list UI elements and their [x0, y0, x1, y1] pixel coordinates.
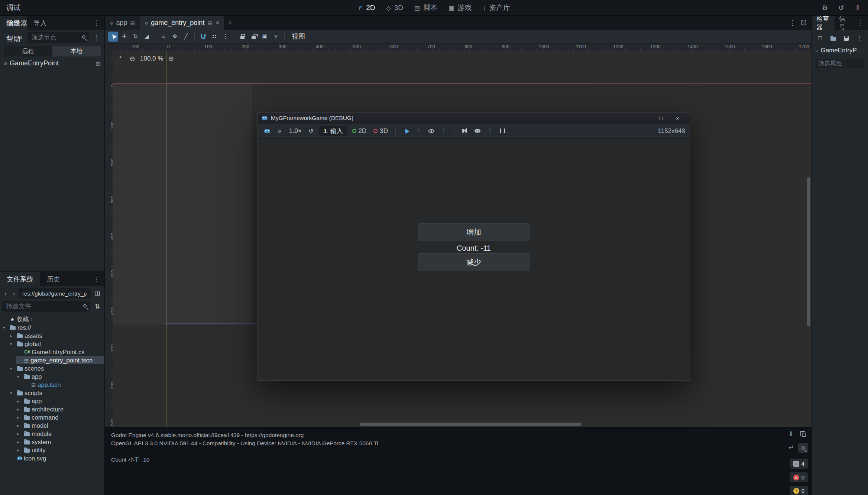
tab-inspector[interactable]: 检查器 — [812, 16, 835, 30]
expand-arrow-icon[interactable]: ▾ — [10, 342, 15, 346]
unlock-node-button[interactable] — [249, 32, 259, 42]
select-tool-button[interactable]: ▶ — [108, 32, 118, 42]
restart-game-icon[interactable]: ↺ — [307, 126, 316, 136]
wrap-lines-icon[interactable]: ↵ — [786, 443, 796, 453]
selectable-list-button[interactable]: ≡ — [159, 32, 169, 42]
expand-arrow-icon[interactable]: ▸ — [17, 407, 22, 412]
maximize-icon[interactable]: □ — [652, 115, 669, 121]
mode-2d-button[interactable]: 2D — [350, 127, 369, 135]
close-tab-icon[interactable]: × — [216, 20, 219, 26]
fs-item-收藏：[interactable]: ★收藏： — [1, 315, 104, 323]
fs-item-app.tscn[interactable]: ▤app.tscn — [23, 381, 104, 389]
pick-options-icon[interactable]: ⋮ — [439, 126, 448, 136]
mode-local[interactable]: 本地 — [52, 46, 101, 56]
visibility-icon[interactable] — [427, 126, 436, 136]
expand-arrow-icon[interactable]: ▾ — [10, 366, 15, 371]
fs-item-assets[interactable]: ▸assets — [9, 332, 104, 340]
smart-snap-button[interactable] — [198, 32, 208, 42]
decrease-button[interactable]: 减少 — [418, 253, 529, 271]
save-resource-icon[interactable] — [841, 33, 851, 43]
scene-root-node[interactable]: ○ GameEntryPoint ▤ — [0, 58, 104, 68]
snap-options-button[interactable]: ⋮ — [220, 32, 230, 42]
warnings-badge[interactable]: ! 0 — [790, 486, 808, 495]
fs-item-scenes[interactable]: ▾scenes — [9, 364, 104, 372]
fs-item-command[interactable]: ▸command — [16, 413, 104, 421]
expand-arrow-icon[interactable]: ▸ — [17, 415, 22, 420]
expand-arrow-icon[interactable]: ▾ — [17, 374, 22, 379]
menu-编辑器[interactable]: 编辑器 — [0, 16, 34, 31]
scene-more-icon[interactable]: ⋮ — [92, 33, 101, 42]
file-filter-input[interactable] — [2, 301, 90, 312]
fs-item-utility[interactable]: ▸utility — [16, 446, 104, 454]
scale-tool-button[interactable]: ◢ — [142, 32, 152, 42]
measure-tool-button[interactable]: ╱ — [181, 32, 191, 42]
property-filter-input[interactable]: 筛选属性 — [815, 59, 865, 68]
fs-item-icon.svg[interactable]: icon.svg — [9, 454, 104, 462]
fs-item-app[interactable]: ▾app — [16, 372, 104, 381]
skeleton-options-button[interactable]: Y — [271, 32, 281, 42]
menu-帮助[interactable]: 帮助 — [0, 31, 34, 47]
next-frame-icon[interactable]: » — [275, 126, 284, 136]
input-toggle-button[interactable]: 输入 — [319, 126, 347, 136]
errors-badge[interactable]: × 0 — [790, 472, 808, 482]
tab-filesystem[interactable]: 文件系统 — [0, 272, 40, 286]
expand-arrow-icon[interactable]: ▾ — [10, 391, 15, 395]
back-icon[interactable]: ‹ — [2, 289, 9, 297]
inspected-node-row[interactable]: ○ GameEntryPoint — [812, 45, 868, 56]
fs-item-GameEntryPoint.cs[interactable]: C#GameEntryPoint.cs — [16, 348, 104, 356]
horizontal-scrollbar[interactable] — [360, 423, 581, 426]
menu-调试[interactable]: 调试 — [0, 0, 34, 16]
mode-remote[interactable]: 远程 — [4, 46, 52, 56]
fs-item-global[interactable]: ▾global — [9, 340, 104, 348]
tab-history[interactable]: 历史 — [40, 272, 67, 286]
scene-tab-game-entry-point[interactable]: ○ game_entry_point ▤ × — [140, 16, 224, 30]
expand-arrow-icon[interactable]: ▸ — [17, 399, 22, 404]
node-list-icon[interactable]: ≡ — [414, 126, 423, 136]
split-view-icon[interactable] — [93, 289, 102, 298]
mode-3d-button[interactable]: 3D — [372, 127, 390, 135]
fs-item-res://[interactable]: ▾res:// — [1, 323, 104, 332]
attached-script-icon[interactable]: ▤ — [96, 60, 101, 66]
fs-item-model[interactable]: ▸model — [16, 421, 104, 430]
close-icon[interactable]: × — [669, 115, 686, 121]
inspector-dock-more-icon[interactable]: ⋮ — [852, 16, 868, 30]
speed-select[interactable]: 1.0× — [288, 127, 303, 135]
expand-arrow-icon[interactable]: ▸ — [10, 333, 15, 338]
new-scene-tab-button[interactable]: + — [224, 16, 236, 30]
save-log-icon[interactable]: ⇓ — [786, 429, 796, 439]
grid-snap-button[interactable] — [209, 32, 219, 42]
scene-tab-app[interactable]: ○ app ▤ — [105, 16, 140, 30]
increase-button[interactable]: 增加 — [418, 223, 529, 241]
tab-list-icon[interactable]: ⋮ — [787, 16, 798, 30]
gamepad-icon[interactable] — [473, 126, 482, 136]
node-filter-input[interactable] — [27, 32, 89, 43]
fullscreen-icon[interactable] — [498, 126, 507, 136]
resource-more-icon[interactable]: ⋮ — [854, 33, 864, 43]
zoom-level[interactable]: 100.0 % — [140, 55, 163, 62]
workspace-3D[interactable]: ◇3D — [380, 0, 409, 16]
workspace-脚本[interactable]: ▤脚本 — [409, 0, 443, 16]
pick-node-icon[interactable]: ▶ — [401, 126, 411, 136]
path-input[interactable] — [19, 288, 91, 299]
forward-icon[interactable]: › — [10, 289, 17, 297]
expand-arrow-icon[interactable]: ▸ — [17, 432, 22, 436]
audio-mute-icon[interactable] — [460, 126, 469, 136]
workspace-游戏[interactable]: ▣游戏 — [443, 0, 477, 16]
lock-node-button[interactable] — [237, 32, 247, 42]
pan-tool-button[interactable]: ✥ — [170, 32, 180, 42]
zoom-out-button[interactable]: ⊖ — [128, 55, 136, 63]
fs-item-module[interactable]: ▸module — [16, 430, 104, 438]
expand-arrow-icon[interactable]: ▸ — [17, 423, 22, 428]
game-window-titlebar[interactable]: MyGFrameworkGame (DEBUG) – □ × — [258, 113, 690, 124]
scene-dock-more-icon[interactable]: ⋮ — [89, 16, 104, 30]
fs-item-system[interactable]: ▸system — [16, 438, 104, 446]
zoom-in-button[interactable]: ⊕ — [167, 55, 175, 63]
workspace-2D[interactable]: ↱2D — [352, 0, 381, 16]
fs-item-app[interactable]: ▸app — [16, 397, 104, 405]
rotate-tool-button[interactable]: ↻ — [130, 32, 140, 42]
move-tool-button[interactable]: ✛ — [119, 32, 129, 42]
restart-icon[interactable]: ↺ — [837, 4, 846, 12]
expand-arrow-icon[interactable]: ▸ — [17, 440, 22, 444]
copy-log-icon[interactable] — [798, 429, 808, 439]
tab-signals[interactable]: 信号 — [835, 16, 852, 30]
